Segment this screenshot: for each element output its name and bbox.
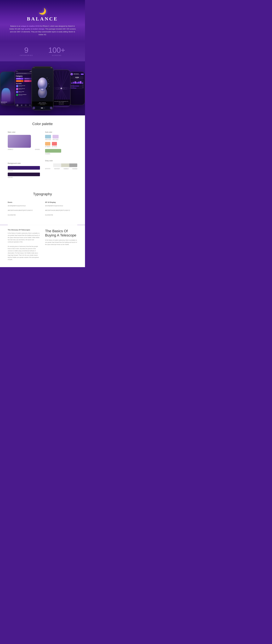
ai-number: No.13 — [33, 67, 35, 68]
sub-swatch-red: #F77676 — [52, 142, 57, 148]
main-color-hex-labels: #A980C3 #646481 — [8, 149, 40, 150]
dot-1 — [40, 108, 41, 108]
bg-swatch-1 — [8, 166, 40, 170]
hero-highlight1: unique & creative UI Kit — [21, 25, 40, 27]
steps-week-val: 8,000 — [82, 87, 84, 88]
text-section-2-title-text: The Basics Of Buying A Telescope — [45, 229, 76, 238]
ai-nav-dots — [40, 108, 45, 108]
music-search-bar[interactable]: search artist, songs, playlists... — [16, 73, 32, 74]
text-sections: The Glossary Of Telescopes In the histor… — [0, 225, 85, 267]
steps-day-fill — [70, 86, 79, 86]
main-color-hex-left: #A980C3 — [8, 149, 13, 150]
cat-btn-2[interactable]: ROCK BALA... — [24, 78, 32, 80]
top-weeks-title: Top weeks — [16, 83, 32, 84]
song-row-2: Begin to the end Caleb Love — [16, 88, 32, 90]
font1-upper: ABCDEFGHIJKLMNOPQRSTUVWXYZ — [8, 209, 40, 212]
grey-seg-1 — [45, 164, 53, 167]
ai-nav-right[interactable]: → — [50, 107, 52, 109]
font2-group: SF UI Display abcdefghijklmnopqrstuvwxyz… — [45, 201, 77, 218]
sub-swatch-lavender-block — [52, 135, 58, 138]
song-thumb-4 — [16, 94, 18, 96]
ai-nav-bar: ← → — [32, 106, 53, 110]
palette-section: Color palette Main color #A980C3 #646481… — [0, 116, 85, 186]
svg-text:Home Users: Home Users — [59, 102, 64, 104]
nav-search[interactable]: ⊙ — [20, 104, 23, 106]
cat-btn-3[interactable]: EDM (2019) — [16, 80, 24, 82]
text-section-1-body2: An amazing piece of astronomy trivia tha… — [8, 245, 40, 261]
ai-subtitle2: SUPERHUMAN AI — [33, 104, 52, 105]
dot-3 — [43, 108, 44, 108]
svg-text:Microsoft Patch Management For: Microsoft Patch Management For — [54, 101, 68, 102]
song-thumb-1 — [16, 85, 18, 87]
font1-nums: 0123456789 — [8, 214, 40, 216]
steps-day-val: 8,000 — [82, 84, 84, 86]
person-background: Martha Burton Hanoi, Vietnam 1 mutual fr… — [0, 72, 16, 105]
main-color-hex-right: #646481 — [35, 149, 40, 150]
steps-week-bar — [70, 88, 84, 88]
svg-point-1 — [38, 78, 48, 90]
typography-section: Typography Dosis abcdefghijklmnopqrstuvw… — [0, 186, 85, 225]
sub-swatch-lavender: #DCC3EC — [52, 135, 58, 140]
sub-swatch-teal: #A0CADD — [45, 135, 51, 140]
steps-week-fill — [70, 88, 76, 88]
fitness-user-sub: 48 Elliott Hills Apt. 601 — [74, 74, 80, 75]
font2-nums: 0123456789 — [45, 214, 77, 216]
song-info-3: Music or death Ella Cohen — [19, 91, 31, 93]
sub-color-row-2: #F7B876 #F77676 — [45, 142, 77, 148]
cat-btn-1[interactable]: AUCOSTIC — [16, 78, 24, 80]
phone-person: Martha Burton Hanoi, Vietnam 1 mutual fr… — [0, 72, 16, 105]
nav-lib[interactable]: ♪ — [25, 104, 27, 106]
text-section-1: The Glossary Of Telescopes In the histor… — [8, 229, 40, 261]
font2-name: SF UI Display — [45, 201, 77, 203]
metric-value: 62059 — [71, 77, 83, 78]
svg-point-28 — [61, 88, 62, 89]
song-row-1: Love for you now Bobby Pear — [16, 85, 32, 87]
svg-point-7 — [48, 88, 48, 89]
nav-home[interactable]: ⌂ — [16, 104, 18, 106]
tunnel-svg: Microsoft Patch Management For Home User… — [52, 70, 70, 107]
bg-hex-2: #291441 — [8, 177, 40, 178]
grey-hex-3: #d8d8c8 — [64, 168, 68, 170]
phone-fitness: Allie Brooks 48 Elliott Hills Apt. 601 S… — [69, 72, 85, 105]
sub-label-orange: #F7B876 — [45, 146, 50, 148]
screen-tunnel: Microsoft Patch Management For Home User… — [52, 70, 70, 107]
person-overlay: Martha Burton Hanoi, Vietnam 1 mutual fr… — [0, 101, 16, 105]
fitness-avatar — [70, 73, 73, 76]
phone-icons: ▲ ◼ ▮ — [29, 71, 32, 72]
song-row-4: We are the champion Jason Barker — [16, 94, 32, 96]
sub-label-teal: #A0CADD — [45, 139, 51, 140]
nav-user[interactable]: ☺ — [29, 104, 31, 106]
ai-nav-left[interactable]: ← — [32, 107, 35, 109]
person-name: Martha Burton — [1, 102, 15, 102]
sub-swatch-orange-block — [45, 142, 50, 146]
ai-signal: ▲ ◼ ▮ — [50, 67, 52, 68]
grey-seg-4 — [69, 164, 78, 167]
song-artist-3: Ella Cohen — [19, 92, 31, 93]
dot-4 — [44, 108, 45, 108]
text-section-1-body1: In the history of modern astronomy, ther… — [8, 232, 40, 243]
steps-day-bar — [70, 86, 84, 86]
text-section-2-title: The Basics Of Buying A Telescope — [45, 229, 77, 238]
phone-tunnel: Microsoft Patch Management For Home User… — [52, 70, 70, 107]
steps-day-row: Steps a day 8,000 — [70, 84, 84, 86]
song-artist-2: Caleb Love — [19, 89, 31, 90]
bg-color-group: Background color #331A4F #291441 — [8, 162, 40, 179]
text-section-2: The Basics Of Buying A Telescope In the … — [45, 229, 77, 261]
hero-desc-text1: Balance is an — [10, 25, 21, 27]
bar-3 — [74, 82, 76, 84]
cat-btn-4[interactable]: LOVE SONG — [24, 80, 32, 82]
typography-grid: Dosis abcdefghijklmnopqrstuvwxyz ABCDEFG… — [8, 201, 77, 218]
screen-person: Martha Burton Hanoi, Vietnam 1 mutual fr… — [0, 72, 16, 105]
steps-week-label: Steps a week — [70, 87, 74, 88]
svg-point-5 — [50, 78, 50, 79]
categories-number: 9 — [20, 46, 33, 54]
svg-point-4 — [48, 83, 49, 84]
screens-number: 100+ — [48, 46, 65, 54]
text-section-2-body: In the history of modern astronomy, ther… — [45, 239, 77, 246]
song-row-3: Music or death Ella Cohen — [16, 91, 32, 93]
grey-hex-2: #EFEFEF — [54, 168, 60, 170]
svg-text:Larry Bielman: Larry Bielman — [59, 104, 64, 105]
stat-screens: 100+ SCREENS — [48, 46, 65, 56]
song-info-2: Begin to the end Caleb Love — [19, 88, 31, 90]
font2-lower: abcdefghijklmnopqrstuvwxyz — [45, 204, 77, 207]
